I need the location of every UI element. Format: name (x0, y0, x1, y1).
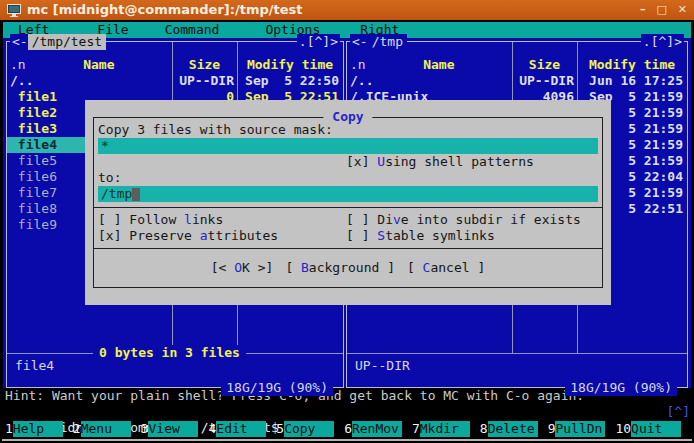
copy-dialog: Copy Copy 3 files with source mask: * [x… (85, 100, 611, 305)
source-mask-value: * (101, 138, 109, 153)
right-column-headers: .nName Size Modify time (347, 57, 687, 73)
checkbox-dive-into-subdir[interactable]: [ ] Dive into subdir if exists (346, 212, 598, 228)
fkey-menu[interactable]: 2Menu (73, 421, 131, 437)
left-disk-usage: 18G/19G (90%) (221, 380, 333, 396)
hotkey-letter: C (423, 260, 431, 275)
fkey-label: Menu (81, 421, 131, 437)
close-button[interactable]: ✕ (678, 2, 687, 18)
column-header-size: Size (172, 57, 237, 73)
fkey-number: 5 (276, 421, 284, 437)
fkey-label: RenMov (352, 421, 402, 437)
dialog-frame: Copy 3 files with source mask: * [x] Usi… (93, 117, 603, 288)
left-panel-path[interactable]: /tmp/test (28, 34, 106, 50)
marked-files-summary: 0 bytes in 3 files (93, 345, 246, 361)
window-bottom-edge (2, 439, 692, 441)
hotkey-letter: O (234, 260, 242, 275)
window-titlebar[interactable]: mc [midnight@commander]:/tmp/test – □ ✕ (0, 0, 694, 20)
hotkey-letter: a (200, 228, 208, 243)
fkey-number: 10 (615, 421, 631, 437)
maximize-button[interactable]: □ (656, 2, 666, 18)
fkey-copy[interactable]: 5Copy (276, 421, 334, 437)
fkey-pulldn[interactable]: 9PullDn (548, 421, 606, 437)
fkey-number: 9 (548, 421, 556, 437)
left-mini-status: file4 (15, 358, 54, 374)
left-column-headers: .nName Size Modify time (7, 57, 343, 73)
right-panel-header: <- /tmp .[^]> (350, 34, 684, 50)
hotkey-letter: S (377, 228, 385, 243)
terminal-monitor-icon (7, 4, 21, 17)
dialog-source-section: Copy 3 files with source mask: * [x] Usi… (94, 118, 602, 202)
history-corner-icon[interactable]: [^] (667, 404, 690, 420)
terminal-screen: Left File Command Options Right <- /tmp/… (0, 20, 694, 443)
fkey-number: 3 (141, 421, 149, 437)
fkey-quit[interactable]: 10Quit (615, 421, 681, 437)
fkey-number: 6 (344, 421, 352, 437)
fkey-number: 1 (5, 421, 13, 437)
checkbox-stable-symlinks[interactable]: [ ] Stable symlinks (346, 228, 598, 244)
column-header-name: Name (83, 57, 114, 73)
column-header-name: Name (423, 57, 454, 73)
file-name-cell: /.. (7, 73, 172, 89)
destination-input[interactable]: /tmp (98, 186, 598, 202)
fkey-label: Edit (216, 421, 266, 437)
left-panel-header: <- /tmp/test .[^]> (10, 34, 340, 50)
panel-back-arrow[interactable]: <- (10, 34, 28, 50)
fkey-number: 4 (208, 421, 216, 437)
checkbox-preserve-attributes[interactable]: [x] Preserve attributes (98, 228, 346, 244)
checkbox-state: [ ] (98, 212, 129, 227)
fkey-number: 7 (412, 421, 420, 437)
checkbox-label: Preserve attributes (129, 228, 278, 243)
sort-indicator: .n (7, 57, 26, 73)
right-panel-path[interactable]: /tmp (368, 34, 407, 50)
fkey-renmov[interactable]: 6RenMov (344, 421, 402, 437)
fkey-label: Delete (488, 421, 538, 437)
hotkey-letter: B (301, 260, 309, 275)
fkey-label: Quit (631, 421, 681, 437)
column-header-mtime: Modify time (577, 57, 687, 73)
fkey-mkdir[interactable]: 7Mkdir (412, 421, 470, 437)
text-cursor (132, 188, 140, 201)
minimize-button[interactable]: – (640, 2, 646, 18)
file-size-cell: UP--DIR (512, 73, 577, 89)
file-mtime-cell: Jun 16 17:25 (577, 73, 687, 89)
cancel-button[interactable]: [ Cancel ] (407, 260, 485, 276)
sort-indicator: .n (347, 57, 366, 73)
panel-corner-marker[interactable]: .[^]> (297, 34, 340, 50)
fkey-delete[interactable]: 8Delete (480, 421, 538, 437)
checkbox-using-shell-patterns[interactable]: [x] Using shell patterns (346, 154, 534, 169)
ok-button[interactable]: [< OK >] (211, 260, 274, 276)
destination-label: to: (98, 170, 598, 186)
destination-value: /tmp (101, 186, 132, 201)
checkbox-state: [ ] (346, 228, 377, 243)
panel-back-arrow[interactable]: <- (350, 34, 368, 50)
fkey-edit[interactable]: 4Edit (208, 421, 266, 437)
panel-corner-marker[interactable]: .[^]> (641, 34, 684, 50)
right-mini-status: UP--DIR (355, 358, 410, 374)
fkey-label: Help (13, 421, 63, 437)
checkbox-follow-links[interactable]: [ ] Follow links (98, 212, 346, 228)
file-row[interactable]: /..UP--DIRJun 16 17:25 (347, 73, 687, 89)
checkbox-state: [x] (346, 154, 377, 169)
fkey-label: PullDn (555, 421, 605, 437)
background-button[interactable]: [ Background ] (285, 260, 395, 276)
window-title: mc [midnight@commander]:/tmp/test (27, 2, 303, 18)
checkbox-state: [ ] (346, 212, 377, 227)
checkbox-label: Using shell patterns (377, 154, 534, 169)
fkey-view[interactable]: 3View (141, 421, 199, 437)
checkbox-label: Follow links (129, 212, 223, 227)
checkbox-label: Stable symlinks (377, 228, 494, 243)
fkey-help[interactable]: 1Help (5, 421, 63, 437)
hotkey-letter: l (184, 212, 192, 227)
dialog-buttons-section: [< OK >][ Background ][ Cancel ] (94, 249, 602, 287)
file-row[interactable]: /..UP--DIRSep 5 22:50 (7, 73, 343, 89)
checkbox-state: [x] (98, 228, 129, 243)
fkey-label: View (148, 421, 198, 437)
source-mask-input[interactable]: * (98, 138, 598, 154)
function-key-bar: 1Help2Menu3View4Edit5Copy6RenMov7Mkdir8D… (5, 421, 681, 437)
summary-separator (347, 353, 687, 354)
column-header-size: Size (512, 57, 577, 73)
file-size-cell: UP--DIR (172, 73, 237, 89)
file-name-cell: /.. (347, 73, 512, 89)
terminal-window: mc [midnight@commander]:/tmp/test – □ ✕ … (0, 0, 694, 443)
right-disk-usage: 18G/19G (90%) (565, 380, 677, 396)
